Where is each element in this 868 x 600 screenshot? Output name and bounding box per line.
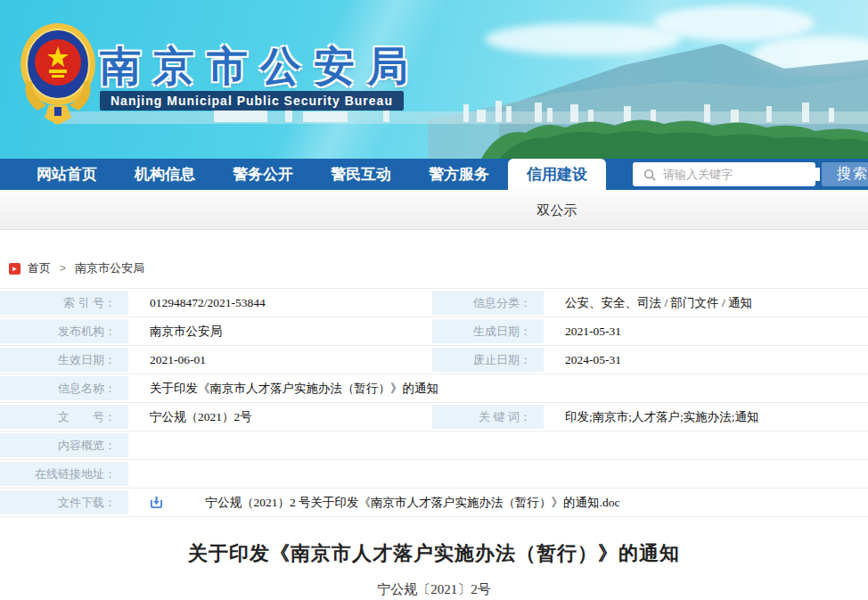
breadcrumb-separator: > [60, 262, 66, 275]
nav-item-credit-construction[interactable]: 信用建设 [508, 159, 606, 190]
field-value-publish-date: 2021-05-31 [547, 319, 868, 343]
table-row-info-name: 信息名称： 关于印发《南京市人才落户实施办法（暂行）》的通知 [0, 374, 868, 403]
field-value-content-overview [132, 433, 868, 457]
download-icon[interactable] [150, 496, 163, 509]
nav-item-org-info[interactable]: 机构信息 [116, 159, 214, 190]
submenu-item-double-publicity[interactable]: 双公示 [537, 190, 577, 230]
breadcrumb-current[interactable]: 南京市公安局 [75, 260, 144, 276]
search-input[interactable] [663, 168, 820, 181]
table-row-doc-number: 文 号： 宁公规（2021）2号 关 键 词： 印发;南京市;人才落户;实施办法… [0, 403, 868, 432]
breadcrumb: ▸ 首页 > 南京市公安局 [0, 230, 868, 288]
site-subtitle-en: Nanjing Municipal Public Security Bureau [100, 91, 404, 111]
table-row-content-overview: 内容概览： [0, 432, 868, 460]
site-header: 南京市公安局 Nanjing Municipal Public Security… [0, 0, 868, 159]
field-value-online-link [132, 462, 868, 486]
search-box [633, 162, 815, 186]
field-value-info-name: 关于印发《南京市人才落户实施办法（暂行）》的通知 [132, 376, 868, 400]
field-label-index-number: 索 引 号： [0, 291, 128, 315]
table-row-index-number: 索 引 号： 012948472/2021-53844 信息分类： 公安、安全、… [0, 289, 868, 317]
field-label-publisher: 发布机构： [0, 319, 128, 343]
field-label-effective-date: 生效日期： [0, 348, 128, 372]
table-row-file-download: 文件下载： 宁公规（2021）2 号关于印发《南京市人才落户实施办法（暂行）》的… [0, 489, 868, 517]
police-badge-logo [20, 18, 96, 130]
breadcrumb-arrow-icon: ▸ [9, 263, 20, 275]
field-value-keywords: 印发;南京市;人才落户;实施办法;通知 [547, 405, 868, 429]
field-value-info-category: 公安、安全、司法 / 部门文件 / 通知 [547, 291, 868, 315]
field-value-doc-number: 宁公规（2021）2号 [132, 405, 433, 429]
field-label-info-name: 信息名称： [0, 376, 128, 400]
article-doc-number: 宁公规〔2021〕2号 [0, 581, 868, 598]
submenu-bar: 双公示 [0, 190, 868, 230]
table-row-online-link: 在线链接地址： [0, 460, 868, 489]
nav-item-police-public-interaction[interactable]: 警民互动 [312, 159, 410, 190]
field-label-info-category: 信息分类： [433, 291, 544, 315]
nav-item-police-services[interactable]: 警方服务 [410, 159, 508, 190]
field-label-keywords: 关 键 词： [433, 405, 544, 429]
nav-item-home[interactable]: 网站首页 [18, 159, 116, 190]
field-value-file-download: 宁公规（2021）2 号关于印发《南京市人才落户实施办法（暂行）》的通知.doc [132, 490, 868, 514]
field-label-doc-number: 文 号： [0, 405, 128, 429]
article-title: 关于印发《南京市人才落户实施办法（暂行）》的通知 [0, 540, 868, 567]
field-label-content-overview: 内容概览： [0, 433, 128, 457]
field-value-expiry-date: 2024-05-31 [547, 348, 868, 372]
field-label-expiry-date: 废止日期： [433, 348, 544, 372]
document-info-table: 索 引 号： 012948472/2021-53844 信息分类： 公安、安全、… [0, 288, 868, 517]
field-value-index-number: 012948472/2021-53844 [132, 291, 433, 315]
nav-item-police-disclosure[interactable]: 警务公开 [214, 159, 312, 190]
search-button[interactable]: 搜索 [822, 162, 868, 186]
breadcrumb-home-link[interactable]: 首页 [28, 260, 51, 276]
field-label-online-link: 在线链接地址： [0, 462, 128, 486]
field-value-publisher: 南京市公安局 [132, 319, 433, 343]
field-value-effective-date: 2021-06-01 [132, 348, 433, 372]
download-file-link[interactable]: 宁公规（2021）2 号关于印发《南京市人才落户实施办法（暂行）》的通知.doc [205, 496, 619, 509]
field-label-publish-date: 生成日期： [433, 319, 544, 343]
table-row-publisher: 发布机构： 南京市公安局 生成日期： 2021-05-31 [0, 317, 868, 346]
field-label-file-download: 文件下载： [0, 490, 128, 514]
main-nav: 网站首页 机构信息 警务公开 警民互动 警方服务 信用建设 搜索 [0, 159, 868, 190]
table-row-effective-date: 生效日期： 2021-06-01 废止日期： 2024-05-31 [0, 346, 868, 374]
site-title: 南京市公安局 [100, 39, 421, 95]
search-icon [643, 168, 656, 181]
